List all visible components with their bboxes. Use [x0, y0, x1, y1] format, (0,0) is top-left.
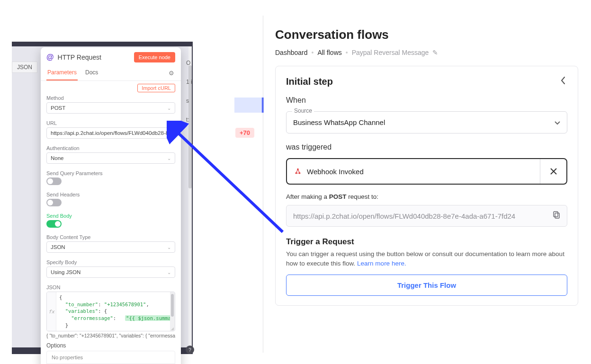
panel-title: HTTP Request [58, 53, 101, 61]
card-header: Initial step [286, 76, 567, 88]
crumb-current: Paypal Reversal Message [352, 49, 429, 56]
diff-badge: +70 [235, 128, 254, 138]
mini-preview-block [234, 98, 263, 113]
breadcrumb-separator: • [346, 49, 348, 56]
learn-more-link[interactable]: Learn more here. [357, 260, 406, 267]
close-icon [550, 168, 557, 175]
webhook-url-value[interactable]: https://api.p.2chat.io/open/flows/FLWd04… [293, 212, 551, 220]
copy-icon [553, 211, 560, 219]
trigger-type-box[interactable]: Webhook Invoked [286, 158, 567, 185]
webhook-text: Webhook Invoked [307, 168, 364, 176]
hint-bulb-icon[interactable]: ? [186, 346, 194, 354]
conversation-flows-section: Conversation flows Dashboard • All flows… [275, 27, 581, 306]
code-scrollbar[interactable] [170, 292, 175, 331]
execute-node-button[interactable]: Execute node [134, 52, 175, 62]
svg-rect-5 [555, 213, 559, 218]
gear-icon[interactable]: ⚙ [168, 67, 175, 80]
http-request-panel: @ HTTP Request Execute node Parameters D… [41, 47, 181, 364]
panel-header: @ HTTP Request Execute node [41, 47, 181, 62]
initial-step-card: Initial step When Source Business WhatsA… [275, 66, 578, 306]
send-headers-label: Send Headers [46, 192, 175, 197]
chevron-down-icon: ⌄ [167, 270, 171, 275]
page-title: Conversation flows [275, 27, 581, 42]
specify-body-value: Using JSON [51, 269, 81, 275]
send-query-label: Send Query Parameters [46, 170, 175, 176]
body-content-type-value: JSON [51, 244, 65, 250]
chevron-down-icon: ⌄ [167, 245, 171, 250]
svg-rect-6 [554, 212, 558, 217]
json-body-editor[interactable]: fx { "to_number": "+12345678901", "varia… [46, 292, 175, 331]
body-content-type-select[interactable]: JSON ⌄ [46, 241, 175, 253]
breadcrumb: Dashboard • All flows • Paypal Reversal … [275, 49, 581, 56]
send-body-label: Send Body [46, 213, 175, 219]
chevron-down-icon: ⌄ [167, 106, 171, 111]
when-label: When [286, 96, 567, 105]
auth-select[interactable]: None ⌄ [46, 152, 175, 164]
no-properties-box: No properties [46, 351, 175, 364]
chevron-down-icon: ⌄ [167, 156, 171, 161]
send-headers-toggle[interactable] [46, 199, 62, 206]
collapse-icon[interactable] [559, 76, 567, 88]
trigger-request-description: You can trigger a request using the butt… [286, 249, 567, 268]
method-label: Method [46, 95, 175, 101]
body-content-type-label: Body Content Type [46, 234, 175, 240]
webhook-icon [294, 167, 302, 176]
source-legend: Source [292, 107, 314, 114]
source-value: Business WhatsApp Channel [293, 118, 550, 126]
send-body-toggle[interactable] [46, 220, 62, 228]
clear-trigger-button[interactable] [540, 159, 566, 184]
json-label: JSON [46, 284, 175, 290]
url-input[interactable]: https://api.p.2chat.io/open/flows/FLWd04… [46, 127, 175, 139]
specify-body-label: Specify Body [46, 259, 175, 265]
fx-gutter: fx [47, 292, 56, 331]
auth-value: None [51, 155, 64, 161]
method-select[interactable]: POST ⌄ [46, 102, 175, 114]
was-triggered-label: was triggered [286, 143, 567, 151]
send-query-toggle[interactable] [46, 178, 62, 185]
trigger-request-heading: Trigger a Request [286, 237, 567, 247]
url-label: URL [46, 120, 175, 126]
auth-label: Authentication [46, 145, 175, 151]
json-result-preview: { "to_number": "+12345678901", "variable… [46, 333, 175, 338]
vertical-divider [263, 16, 263, 353]
crumb-dashboard[interactable]: Dashboard [275, 49, 308, 56]
method-value: POST [51, 105, 65, 111]
post-instruction: After making a POST request to: [286, 193, 567, 200]
card-title: Initial step [286, 76, 333, 87]
crumb-all-flows[interactable]: All flows [317, 49, 341, 56]
specify-body-select[interactable]: Using JSON ⌄ [46, 266, 175, 278]
webhook-url-box: https://api.p.2chat.io/open/flows/FLWd04… [286, 205, 567, 227]
tab-parameters[interactable]: Parameters [46, 65, 78, 80]
breadcrumb-separator: • [312, 49, 314, 56]
http-at-icon: @ [46, 53, 54, 62]
edit-name-icon[interactable]: ✎ [432, 49, 438, 56]
panel-tabs: Parameters Docs ⚙ [41, 65, 181, 81]
source-select[interactable]: Source Business WhatsApp Channel [286, 111, 567, 133]
options-label: Options [46, 342, 175, 349]
copy-url-button[interactable] [551, 211, 562, 221]
chevron-down-icon [555, 118, 560, 127]
code-content[interactable]: { "to_number": "+12345678901", "variable… [56, 292, 170, 331]
obscured-text: O 1 i s t: [186, 60, 193, 135]
tab-docs[interactable]: Docs [84, 65, 99, 80]
import-curl-button[interactable]: Import cURL [137, 84, 175, 92]
trigger-this-flow-button[interactable]: Trigger This Flow [286, 275, 567, 296]
json-view-tab[interactable]: JSON [12, 62, 37, 73]
